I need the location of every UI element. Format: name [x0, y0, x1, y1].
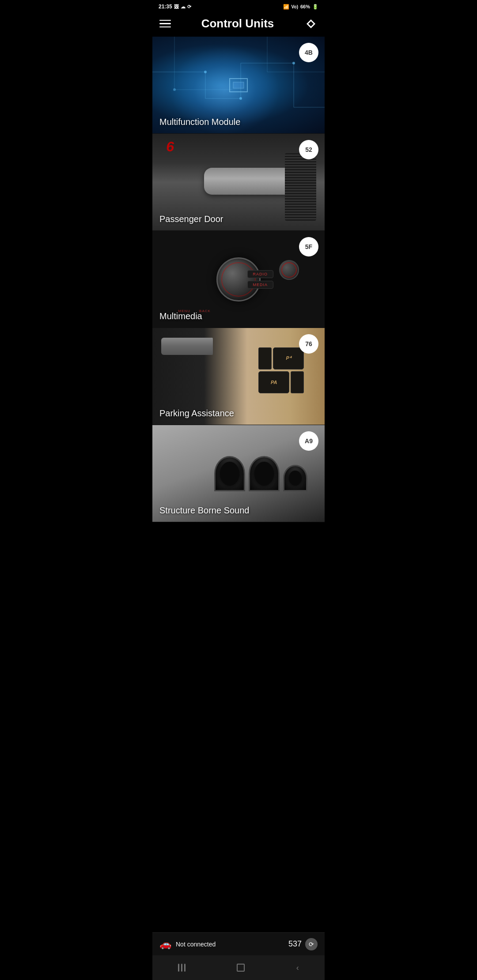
card-label-parking: Parking Assistance — [159, 408, 234, 418]
exhaust-pipe-2 — [249, 456, 280, 491]
card-badge-76: 76 — [299, 334, 318, 354]
multimedia-side-knob — [279, 260, 299, 280]
card-label-passenger: Passenger Door — [159, 214, 223, 224]
time: 21:35 — [159, 4, 172, 10]
media-btn: MEDIA — [247, 281, 274, 289]
card-passenger-door[interactable]: 6 52 Passenger Door — [152, 134, 325, 231]
back-icon: ‹ — [296, 963, 299, 972]
svg-point-14 — [239, 97, 242, 100]
svg-point-16 — [173, 88, 176, 91]
home-icon — [237, 964, 245, 972]
card-label-multifunction: Multifunction Module — [159, 117, 240, 127]
footer-right: 537 ⟳ — [288, 938, 318, 950]
sort-diamond-icon — [306, 19, 316, 29]
app-header: Control Units — [152, 12, 325, 37]
card-parking-assistance[interactable]: P⁴ PA 76 Parking Assistance — [152, 328, 325, 425]
svg-point-15 — [292, 62, 295, 64]
door-handle-element — [204, 168, 299, 195]
media-buttons: RADIO MEDIA — [247, 270, 274, 289]
refresh-button[interactable]: ⟳ — [305, 938, 318, 950]
status-bar: 21:35 🖼 ☁ ⟳ 📶 Vo) 66% 🔋 — [152, 0, 325, 12]
gallery-icon: 🖼 — [174, 4, 179, 9]
parking-small-btn-1 — [258, 347, 272, 369]
exhaust-pipes — [214, 456, 307, 491]
exhaust-pipe-1 — [214, 456, 245, 491]
connection-status: Not connected — [176, 941, 216, 948]
app-footer: 🚗 Not connected 537 ⟳ — [152, 932, 325, 955]
item-count: 537 — [288, 939, 302, 949]
footer-left: 🚗 Not connected — [159, 939, 216, 950]
parking-arm — [161, 338, 213, 355]
android-nav-bar: ‹ — [152, 955, 325, 980]
page-title: Control Units — [171, 17, 304, 30]
parking-main-btn-1: P⁴ — [273, 347, 304, 369]
card-multifunction-module[interactable]: 4B Multifunction Module — [152, 37, 325, 134]
parking-main-btn-2: PA — [258, 371, 289, 393]
menu-button[interactable] — [159, 20, 171, 28]
exhaust-pipe-3 — [283, 465, 307, 491]
recent-apps-icon — [178, 964, 186, 972]
parking-buttons: P⁴ PA — [258, 347, 304, 393]
radio-btn: RADIO — [247, 270, 274, 278]
refresh-icon: ⟳ — [309, 941, 314, 948]
signal-icon: Vo) — [292, 4, 298, 9]
svg-point-13 — [204, 71, 207, 73]
card-label-sound: Structure Borne Sound — [159, 505, 249, 516]
cards-container: 4B Multifunction Module 6 52 Passenger D… — [152, 37, 325, 932]
door-number-decoration: 6 — [166, 139, 174, 155]
parking-small-btn-2 — [291, 371, 304, 393]
door-speaker-element — [285, 153, 316, 221]
svg-rect-18 — [233, 82, 244, 88]
sort-button[interactable] — [304, 17, 318, 30]
card-badge-52: 52 — [299, 140, 318, 159]
battery-icon: 🔋 — [312, 4, 318, 10]
sync-icon: ⟳ — [187, 4, 191, 10]
recent-apps-button[interactable] — [178, 964, 186, 972]
card-badge-5f: 5F — [299, 237, 318, 256]
home-button[interactable] — [237, 964, 245, 972]
car-icon: 🚗 — [159, 939, 171, 950]
status-left: 21:35 🖼 ☁ ⟳ — [159, 4, 191, 10]
battery-level: 66% — [300, 4, 310, 9]
card-multimedia[interactable]: RADIO MEDIA MENU BACK 5F Multimedia — [152, 231, 325, 328]
parking-row-2: PA — [258, 371, 304, 393]
cloud-icon: ☁ — [181, 4, 186, 10]
wifi-icon: 📶 — [283, 4, 289, 10]
status-right: 📶 Vo) 66% 🔋 — [283, 4, 318, 10]
card-badge-4b: 4B — [299, 43, 318, 62]
back-button[interactable]: ‹ — [296, 963, 299, 972]
card-label-multimedia: Multimedia — [159, 311, 202, 321]
parking-row-1: P⁴ — [258, 347, 304, 369]
card-badge-a9: A9 — [299, 431, 318, 451]
card-structure-borne-sound[interactable]: A9 Structure Borne Sound — [152, 425, 325, 522]
